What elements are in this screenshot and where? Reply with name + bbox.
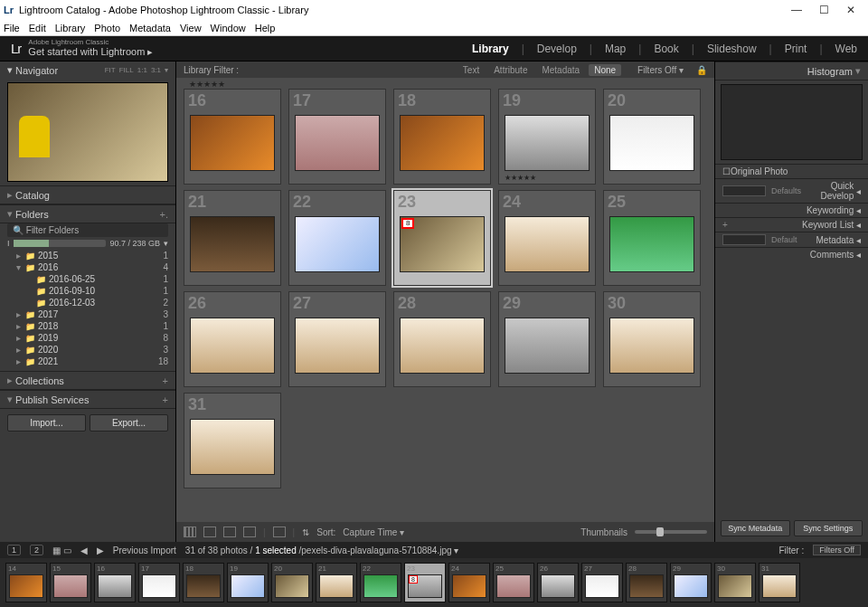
folder-row-2016-06-25[interactable]: 📁2016-06-251 <box>7 273 168 285</box>
add-folder-icon[interactable]: +. <box>160 209 168 220</box>
filmstrip-cell-23[interactable]: 238 <box>404 563 446 602</box>
filmstrip-cell-26[interactable]: 26 <box>537 563 579 602</box>
folder-row-2016[interactable]: ▾📁20164 <box>7 261 168 273</box>
navigator-header[interactable]: ▾ Navigator FIT FILL 1:1 3:1 ▾ <box>0 62 175 79</box>
source-label[interactable]: Previous Import <box>113 545 176 555</box>
menu-help[interactable]: Help <box>255 23 276 33</box>
navigator-preview[interactable] <box>7 82 168 182</box>
menu-view[interactable]: View <box>180 23 202 33</box>
filmstrip-cell-15[interactable]: 15 <box>50 563 91 602</box>
module-map[interactable]: Map <box>605 43 626 55</box>
module-web[interactable]: Web <box>835 43 857 55</box>
window-maximize-icon[interactable]: ☐ <box>810 4 837 16</box>
folder-row-2021[interactable]: ▸📁202118 <box>7 356 168 367</box>
filter-metadata[interactable]: Metadata <box>536 64 585 76</box>
folder-row-2020[interactable]: ▸📁20203 <box>7 344 168 356</box>
module-develop[interactable]: Develop <box>537 43 577 55</box>
filmstrip-cell-30[interactable]: 30 <box>714 563 756 602</box>
keyword-list-header[interactable]: Keyword List <box>728 220 854 230</box>
module-book[interactable]: Book <box>654 43 678 55</box>
nav-mode-fit[interactable]: FIT <box>105 66 116 74</box>
filters-off-menu[interactable]: Filters Off ▾ <box>637 65 684 75</box>
quick-develop-header[interactable]: Quick Develop <box>801 181 854 201</box>
folder-row-2016-12-03[interactable]: 📁2016-12-032 <box>7 297 168 308</box>
get-started-link[interactable]: Get started with Lightroom ▸ <box>28 46 153 58</box>
filmstrip-cell-31[interactable]: 31 <box>759 563 800 602</box>
filmstrip-cell-14[interactable]: 14 <box>5 563 47 602</box>
view-loupe-icon[interactable] <box>203 526 216 537</box>
grid-cell-31[interactable]: 31 <box>184 393 281 488</box>
grid-cell-16[interactable]: 16 <box>184 89 281 185</box>
window-close-icon[interactable]: ✕ <box>837 4 864 16</box>
catalog-header[interactable]: ▸ Catalog <box>0 185 175 204</box>
filter-none[interactable]: None <box>589 64 621 76</box>
comments-header[interactable]: Comments <box>722 250 854 260</box>
menu-edit[interactable]: Edit <box>29 23 46 33</box>
folder-row-2016-09-10[interactable]: 📁2016-09-101 <box>7 285 168 297</box>
filmstrip-cell-28[interactable]: 28 <box>626 563 667 602</box>
filmstrip-cell-16[interactable]: 16 <box>94 563 136 602</box>
sort-menu[interactable]: Capture Time ▾ <box>343 527 404 537</box>
collections-header[interactable]: ▸ Collections+ <box>0 371 175 390</box>
export-button[interactable]: Export... <box>90 414 168 432</box>
filter-folders-input[interactable]: 🔍 Filter Folders <box>7 223 168 237</box>
grid-cell-21[interactable]: 21 <box>184 190 281 286</box>
volume-bar[interactable]: I90.7 / 238 GB▾ <box>7 239 168 248</box>
filmstrip-cell-22[interactable]: 22 <box>360 563 401 602</box>
sort-direction-icon[interactable]: ⇅ <box>302 527 309 537</box>
filmstrip-cell-27[interactable]: 27 <box>581 563 623 602</box>
filmstrip-cell-25[interactable]: 25 <box>493 563 534 602</box>
menu-window[interactable]: Window <box>211 23 246 33</box>
filmstrip-cell-24[interactable]: 24 <box>448 563 490 602</box>
module-print[interactable]: Print <box>785 43 807 55</box>
filmstrip-cell-29[interactable]: 29 <box>670 563 712 602</box>
metadata-header[interactable]: Metadata <box>797 235 854 245</box>
grid-cell-24[interactable]: 24 <box>498 190 596 286</box>
nav-mode-1-1[interactable]: 1:1 <box>137 66 147 74</box>
menu-metadata[interactable]: Metadata <box>129 23 171 33</box>
page-2[interactable]: 2 <box>30 545 43 555</box>
folder-row-2015[interactable]: ▸📁20151 <box>7 250 168 261</box>
menu-library[interactable]: Library <box>55 23 86 33</box>
view-survey-icon[interactable] <box>243 526 256 537</box>
keywording-header[interactable]: Keywording <box>722 205 854 215</box>
filter-attribute[interactable]: Attribute <box>488 64 533 76</box>
grid-cell-30[interactable]: 30 <box>603 291 701 387</box>
grid-cell-25[interactable]: 25 <box>603 190 701 286</box>
import-button[interactable]: Import... <box>7 414 86 432</box>
filmstrip-cell-19[interactable]: 19 <box>227 563 269 602</box>
filmstrip-cell-18[interactable]: 18 <box>183 563 224 602</box>
nav-mode-fill[interactable]: FILL <box>119 66 134 74</box>
sync-metadata-button[interactable]: Sync Metadata <box>721 520 790 536</box>
lock-icon[interactable]: 🔒 <box>696 65 707 75</box>
module-slideshow[interactable]: Slideshow <box>707 43 757 55</box>
window-minimize-icon[interactable]: — <box>783 4 810 16</box>
nav-prev-icon[interactable]: ◀ <box>80 545 88 555</box>
nav-next-icon[interactable]: ▶ <box>97 545 104 555</box>
grid-cell-17[interactable]: 17 <box>288 89 386 185</box>
grid-cell-28[interactable]: 28 <box>393 291 491 387</box>
metadata-dropdown[interactable] <box>722 234 766 245</box>
defaults-dropdown[interactable] <box>722 185 766 196</box>
view-grid-icon[interactable] <box>184 526 196 537</box>
filmstrip-cell-17[interactable]: 17 <box>138 563 180 602</box>
menu-photo[interactable]: Photo <box>94 23 120 33</box>
module-library[interactable]: Library <box>472 43 509 55</box>
menu-file[interactable]: File <box>4 23 20 33</box>
sync-settings-button[interactable]: Sync Settings <box>794 520 863 536</box>
folder-row-2017[interactable]: ▸📁20173 <box>7 308 168 320</box>
grid-cell-27[interactable]: 27 <box>288 291 386 387</box>
filmstrip-cell-20[interactable]: 20 <box>271 563 313 602</box>
nav-mode-3-1[interactable]: 3:1 <box>151 66 161 74</box>
grid-cell-23[interactable]: 238 <box>393 190 491 286</box>
filmstrip-cell-21[interactable]: 21 <box>316 563 357 602</box>
thumbnail-size-slider[interactable] <box>635 530 707 534</box>
grid-cell-20[interactable]: 20 <box>603 89 701 185</box>
thumbnail-grid[interactable]: ★★★★★ 16171819★★★★★202122238242526272829… <box>176 78 714 522</box>
grid-cell-29[interactable]: 29 <box>498 291 596 387</box>
filmstrip[interactable]: 1415161718192021222382425262728293031 <box>0 558 868 607</box>
view-compare-icon[interactable] <box>223 526 236 537</box>
publish-services-header[interactable]: ▾ Publish Services+ <box>0 390 175 409</box>
grid-cell-19[interactable]: 19★★★★★ <box>498 89 596 185</box>
folder-row-2018[interactable]: ▸📁20181 <box>7 320 168 332</box>
